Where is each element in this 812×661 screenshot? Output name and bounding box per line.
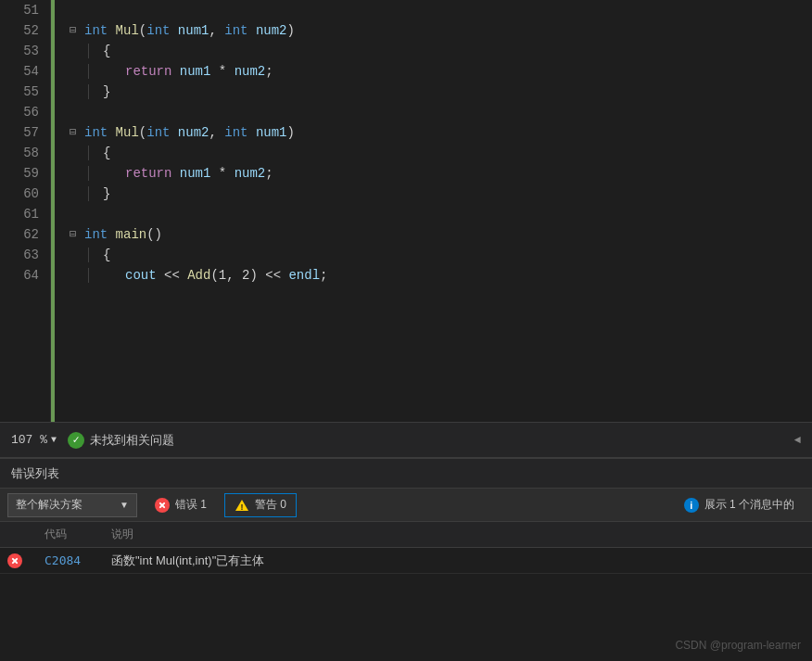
zoom-dropdown-icon: ▼	[51, 435, 57, 445]
lshift1-64: <<	[157, 265, 188, 286]
code-line-54: return num1 * num2 ;	[70, 61, 812, 82]
warning-filter-button[interactable]: ! 警告 0	[224, 493, 297, 517]
fold-icon-62[interactable]: ⊟	[70, 224, 81, 245]
zoom-value: 107 %	[11, 433, 47, 447]
fold-icon-57[interactable]: ⊟	[70, 122, 81, 143]
func-mul-52: Mul	[116, 20, 139, 41]
indent-guide-64	[88, 268, 89, 283]
brace-close-55: }	[103, 82, 110, 102]
kw-return-59: return	[125, 163, 180, 184]
comma-57: ,	[209, 122, 224, 143]
code-line-63: {	[70, 245, 812, 265]
kw-int-num1-52: int	[146, 20, 178, 41]
scope-label: 整个解决方案	[16, 497, 82, 513]
error-row-icon-col	[7, 553, 37, 568]
brace-open-53: {	[103, 41, 110, 61]
error-row-code: C2084	[37, 553, 111, 567]
semi-64: ;	[320, 265, 327, 286]
code-line-53: {	[70, 41, 812, 61]
editor-area: 51 52 53 54 55 56 57 58 59 60 61 62 63 6…	[0, 0, 812, 422]
code-line-64: cout << Add (1, 2) << endl ;	[70, 265, 812, 286]
error-filter-button[interactable]: 错误 1	[145, 493, 217, 517]
line-num-61: 61	[11, 204, 39, 224]
error-panel-header: 错误列表	[0, 459, 812, 489]
args-64: (1, 2) <<	[210, 265, 288, 286]
code-line-60: }	[70, 184, 812, 204]
col-header-code: 代码	[37, 527, 111, 542]
cout-64: cout	[125, 265, 157, 286]
brace-open-63: {	[103, 245, 110, 265]
indent-guide-60	[88, 186, 89, 201]
brace-close-60: }	[103, 184, 110, 204]
code-line-51	[70, 0, 812, 20]
param-num2-57: num2	[178, 122, 209, 143]
code-content: ⊟ int Mul ( int num1 , int num2 ) { retu…	[55, 0, 812, 422]
line-num-60: 60	[11, 184, 39, 204]
error-panel-title: 错误列表	[11, 465, 59, 482]
error-row-desc: 函数"int Mul(int,int)"已有主体	[111, 553, 805, 569]
indent-guide-54	[88, 64, 89, 79]
zoom-container[interactable]: 107 % ▼	[11, 433, 57, 447]
op-59: *	[210, 163, 234, 184]
error-btn-label: 错误 1	[175, 497, 207, 513]
paren-open-57: (	[139, 122, 146, 143]
param-num1-52: num1	[178, 20, 209, 41]
param-num2-52: num2	[256, 20, 287, 41]
kw-int-52: int	[84, 20, 116, 41]
paren-open-52: (	[139, 20, 146, 41]
kw-int-num2-57: int	[146, 122, 178, 143]
func-main-62: main	[116, 224, 147, 245]
param-num1-57: num1	[256, 122, 287, 143]
code-line-56	[70, 102, 812, 122]
status-text: 未找到相关问题	[90, 432, 174, 449]
code-line-59: return num1 * num2 ;	[70, 163, 812, 184]
error-table-header: 代码 说明	[0, 522, 812, 548]
line-num-63: 63	[11, 245, 39, 265]
param-num2-59: num2	[235, 163, 266, 184]
fold-icon-52[interactable]: ⊟	[70, 20, 81, 41]
scope-dropdown[interactable]: 整个解决方案 ▼	[7, 493, 137, 517]
kw-int-num1-57: int	[224, 122, 256, 143]
col-header-desc: 说明	[111, 527, 805, 542]
param-num1-54: num1	[180, 61, 211, 82]
bottom-status-bar: 107 % ▼ ✓ 未找到相关问题 ◄	[0, 422, 812, 457]
indent-guide-63	[88, 248, 89, 262]
line-num-51: 51	[11, 0, 39, 20]
code-line-52: ⊟ int Mul ( int num1 , int num2 )	[70, 20, 812, 41]
line-num-52: 52	[11, 20, 39, 41]
semi-59: ;	[265, 163, 273, 184]
line-num-58: 58	[11, 143, 39, 163]
kw-int-num2-52: int	[224, 20, 256, 41]
paren-close-52: )	[286, 20, 294, 41]
line-num-62: 62	[11, 224, 39, 245]
line-numbers: 51 52 53 54 55 56 57 58 59 60 61 62 63 6…	[0, 0, 51, 422]
error-row-1[interactable]: C2084 函数"int Mul(int,int)"已有主体	[0, 548, 812, 574]
line-num-54: 54	[11, 61, 39, 82]
info-circle-icon: i	[684, 498, 699, 513]
line-num-59: 59	[11, 163, 39, 184]
semi-54: ;	[265, 61, 273, 82]
line-num-55: 55	[11, 82, 39, 102]
error-panel: 错误列表 整个解决方案 ▼ 错误 1 ! 警告 0 i 展示 1 个消息中的	[0, 457, 812, 659]
info-filter-button[interactable]: i 展示 1 个消息中的	[674, 493, 805, 517]
func-mul-57: Mul	[116, 122, 139, 143]
endl-64: endl	[288, 265, 320, 286]
error-x-icon	[155, 498, 170, 513]
code-line-58: {	[70, 143, 812, 163]
kw-int-62: int	[84, 224, 116, 245]
watermark: CSDN @program-learner	[675, 639, 801, 652]
func-add-64: Add	[187, 265, 210, 286]
brace-open-58: {	[103, 143, 110, 163]
kw-return-54: return	[125, 61, 180, 82]
scroll-left-icon[interactable]: ◄	[794, 434, 801, 447]
line-num-57: 57	[11, 122, 39, 143]
svg-text:!: !	[241, 502, 244, 512]
kw-int-57: int	[84, 122, 116, 143]
line-num-64: 64	[11, 265, 39, 286]
param-num2-54: num2	[235, 61, 266, 82]
code-line-61	[70, 204, 812, 224]
line-num-53: 53	[11, 41, 39, 61]
warning-btn-label: 警告 0	[255, 497, 286, 513]
paren-62: ()	[146, 224, 162, 245]
indent-guide-58	[88, 146, 89, 160]
